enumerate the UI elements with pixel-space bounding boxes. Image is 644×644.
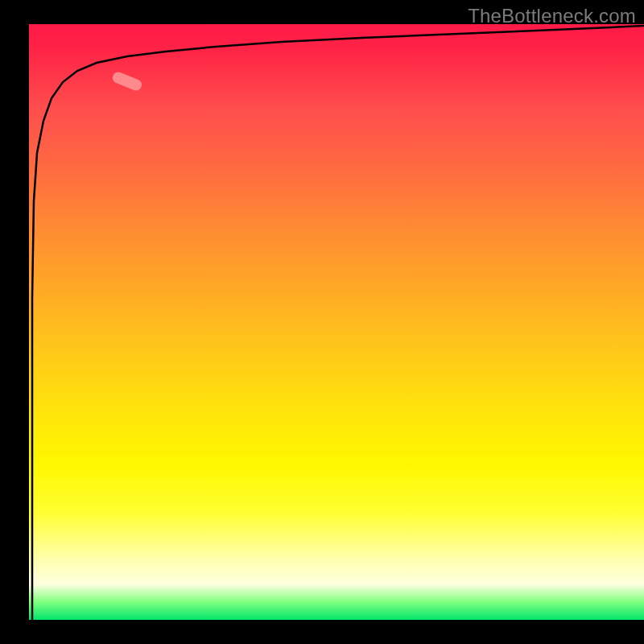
bottleneck-curve [24, 24, 644, 620]
chart-plot-area [24, 24, 644, 620]
watermark-label: TheBottleneck.com [468, 5, 636, 27]
